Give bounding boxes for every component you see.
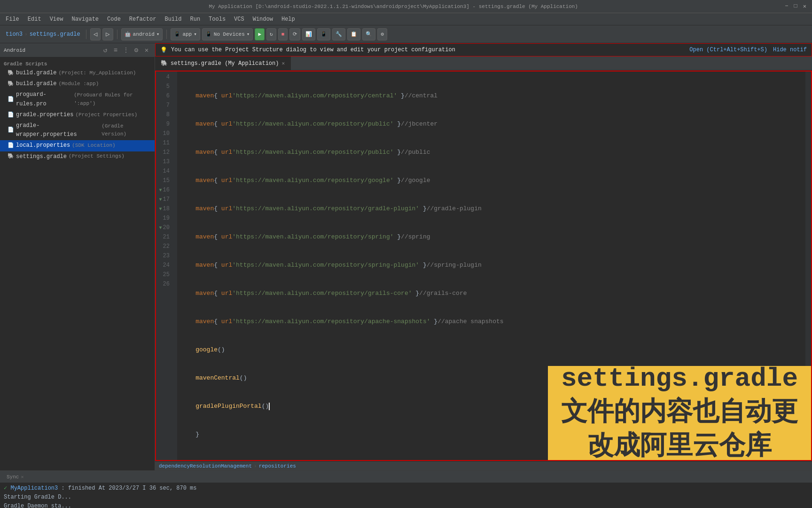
profiler-button[interactable]: 📊	[302, 28, 315, 40]
profile-icon: 🤖	[125, 31, 131, 37]
proguard-icon: 📄	[8, 95, 14, 104]
local-icon: 📄	[8, 142, 14, 150]
path-segment-1[interactable]: dependencyResolutionManagement	[159, 463, 252, 469]
tab-close-button[interactable]: ✕	[281, 60, 285, 66]
sidebar-collapse-icon[interactable]: ≡	[111, 46, 120, 55]
menu-run[interactable]: Run	[186, 15, 204, 24]
line-numbers: 4 5 6 7 8 9 10 11 12 13 14 15 ▼16 ▼17 ▼1…	[156, 71, 177, 460]
settings-button[interactable]: ⚙	[377, 28, 387, 40]
code-line-11: maven { url 'https://maven.aliyun.com/re…	[181, 289, 805, 298]
search-everywhere-button[interactable]: 🔍	[362, 28, 375, 40]
wrapper-icon: 📄	[8, 126, 14, 135]
open-project-structure-link[interactable]: Open (Ctrl+Alt+Shift+S)	[689, 47, 767, 53]
refresh-button[interactable]: ↻	[266, 28, 276, 40]
sidebar-item-gradle-properties[interactable]: 📄 gradle.properties (Project Properties)	[0, 110, 155, 120]
structure-button[interactable]: 📋	[347, 28, 360, 40]
gradle-icon-2: 🐘	[8, 80, 14, 88]
line-num-23: 23	[156, 251, 173, 261]
menu-build[interactable]: Build	[161, 15, 185, 24]
build-panel: ✓ MyApplication3 : finished At 2023/3/27…	[0, 483, 812, 508]
line-num-19: 19	[156, 214, 173, 223]
sidebar-item-gradle-wrapper[interactable]: 📄 gradle-wrapper.properties (Gradle Vers…	[0, 120, 155, 140]
profile-dropdown[interactable]: 🤖 android ▾	[121, 28, 163, 40]
notification-actions: Open (Ctrl+Alt+Shift+S) Hide notif	[689, 47, 807, 53]
toolbar-separator-3	[166, 30, 167, 39]
sidebar-tools: ↺ ≡ ⋮ ⚙ ✕	[101, 46, 151, 55]
build-finished-label: : finished At 2023/3/27 I 36 sec, 870 ms	[61, 485, 196, 492]
hide-notification-link[interactable]: Hide notif	[773, 47, 807, 53]
sync-tab[interactable]: Sync ✕	[2, 471, 29, 483]
menu-vcs[interactable]: VCS	[230, 15, 248, 24]
code-line-10: maven { url 'https://maven.aliyun.com/re…	[181, 261, 805, 270]
line-num-25: 25	[156, 270, 173, 279]
toolbar-breadcrumb: tion3 › settings.gradle	[4, 31, 82, 38]
code-line-4: maven { url 'https://maven.aliyun.com/re…	[181, 91, 805, 101]
build-log-line-1: Starting Gradle D...	[4, 493, 808, 502]
tab-settings-gradle[interactable]: 🐘 settings.gradle (My Application) ✕	[155, 56, 291, 70]
toolbar-separator-1	[86, 30, 86, 39]
notification-bar: 💡 You can use the Project Structure dial…	[155, 43, 812, 56]
line-num-16: ▼16	[156, 185, 173, 195]
sdk-button[interactable]: 🔧	[332, 28, 345, 40]
settings-gradle-icon: 🐘	[8, 152, 14, 161]
sidebar-item-proguard[interactable]: 📄 proguard-rules.pro (ProGuard Rules for…	[0, 89, 155, 109]
menu-navigate[interactable]: Navigate	[68, 15, 102, 24]
window-controls: − □ ✕	[783, 3, 808, 10]
path-segment-2[interactable]: repositories	[259, 463, 296, 469]
sync-tab-close[interactable]: ✕	[21, 474, 23, 480]
annotation-text: settings.gradle文件的内容也自动更改成阿里云仓库	[557, 362, 802, 461]
line-num-5: 5	[156, 82, 173, 91]
run-button[interactable]: ▶	[255, 28, 265, 40]
code-line-9: maven { url 'https://maven.aliyun.com/re…	[181, 232, 805, 242]
stop-button[interactable]: ■	[278, 28, 288, 40]
menu-help[interactable]: Help	[278, 15, 299, 24]
menu-edit[interactable]: Edit	[24, 15, 45, 24]
avd-button[interactable]: 📱	[317, 28, 330, 40]
breadcrumb-file[interactable]: settings.gradle	[30, 31, 80, 38]
minimize-button[interactable]: −	[783, 3, 790, 10]
app-icon: 📱	[174, 31, 180, 37]
app-label: app	[182, 32, 192, 37]
code-line-6: maven { url 'https://maven.aliyun.com/re…	[181, 148, 805, 157]
sidebar-item-build-gradle-module[interactable]: 🐘 build.gradle (Module :app)	[0, 79, 155, 89]
sync-tab-label: Sync	[7, 474, 19, 480]
menu-code[interactable]: Code	[103, 15, 125, 24]
line-num-13: 13	[156, 157, 173, 167]
sidebar-settings-icon[interactable]: ⚙	[132, 46, 141, 55]
sync-button[interactable]: ⟳	[289, 28, 300, 40]
profile-label: android	[133, 32, 155, 37]
back-button[interactable]: ◁	[90, 28, 101, 40]
sidebar-refresh-icon[interactable]: ↺	[101, 46, 109, 55]
line-num-7: 7	[156, 101, 173, 110]
app-chevron-icon: ▾	[194, 31, 197, 37]
maximize-button[interactable]: □	[792, 3, 799, 10]
device-icon: 📱	[205, 31, 212, 37]
build-app-name: MyApplication3	[10, 485, 58, 492]
sidebar-item-local-properties[interactable]: 📄 local.properties (SDK Location)	[0, 140, 155, 151]
main-layout: Android ↺ ≡ ⋮ ⚙ ✕ Gradle Scripts 🐘 build…	[0, 43, 812, 470]
code-editor[interactable]: 4 5 6 7 8 9 10 11 12 13 14 15 ▼16 ▼17 ▼1…	[155, 71, 812, 461]
properties-icon: 📄	[8, 111, 14, 119]
bottom-content: ✓ MyApplication3 : finished At 2023/3/27…	[0, 483, 812, 508]
menu-tools[interactable]: Tools	[205, 15, 229, 24]
build-status-line: ✓ MyApplication3 : finished At 2023/3/27…	[4, 484, 808, 493]
menu-view[interactable]: View	[46, 15, 67, 24]
bottom-section: Sync ✕ ✓ MyApplication3 : finished At 20…	[0, 470, 812, 508]
sidebar-expand-icon[interactable]: ⋮	[122, 46, 130, 55]
breadcrumb-project[interactable]: tion3	[6, 31, 23, 38]
chevron-down-icon: ▾	[156, 31, 160, 37]
device-dropdown[interactable]: 📱 No Devices ▾	[202, 28, 253, 40]
code-line-12: maven { url 'https://maven.aliyun.com/re…	[181, 317, 805, 326]
close-button[interactable]: ✕	[801, 3, 808, 10]
forward-button[interactable]: ▷	[102, 28, 113, 40]
menu-file[interactable]: File	[2, 15, 23, 24]
menu-refactor[interactable]: Refactor	[125, 15, 160, 24]
sidebar-item-build-gradle-project[interactable]: 🐘 build.gradle (Project: My_Application)	[0, 68, 155, 79]
menu-window[interactable]: Window	[249, 15, 277, 24]
sidebar: Android ↺ ≡ ⋮ ⚙ ✕ Gradle Scripts 🐘 build…	[0, 43, 155, 470]
sidebar-close-icon[interactable]: ✕	[142, 46, 151, 55]
sidebar-item-settings-gradle[interactable]: 🐘 settings.gradle (Project Settings)	[0, 151, 155, 162]
editor-area: 💡 You can use the Project Structure dial…	[155, 43, 812, 470]
line-num-22: 22	[156, 242, 173, 251]
app-dropdown[interactable]: 📱 app ▾	[171, 28, 200, 40]
